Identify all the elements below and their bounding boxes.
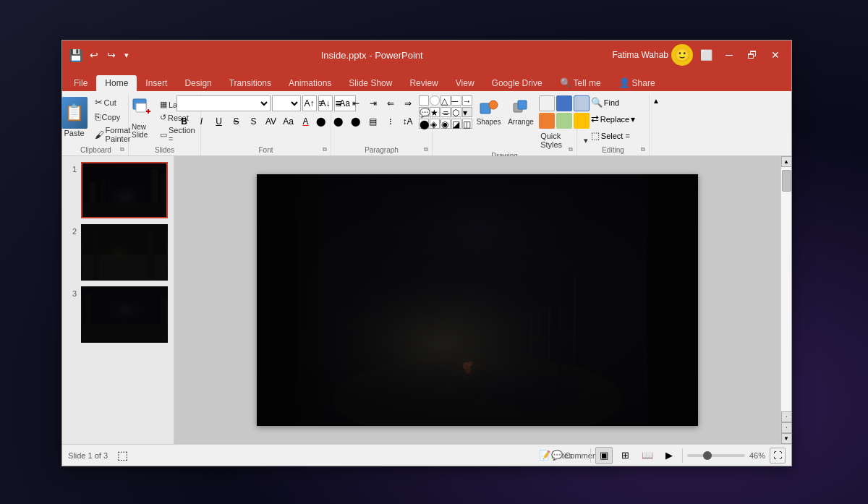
- style-blue[interactable]: [556, 95, 572, 111]
- decrease-indent-button[interactable]: ⇤: [348, 95, 364, 111]
- quick-access-customize[interactable]: ▾: [122, 49, 132, 61]
- fit-slide-button[interactable]: ⛶: [770, 448, 786, 464]
- slide-thumb-1[interactable]: [81, 162, 168, 218]
- close-button[interactable]: ✕: [765, 45, 786, 65]
- font-name-select[interactable]: [176, 95, 271, 111]
- shape-misc5[interactable]: ◪: [451, 119, 461, 129]
- tab-file[interactable]: File: [65, 75, 96, 91]
- bold-button[interactable]: B: [176, 114, 192, 129]
- font-color-button[interactable]: A: [298, 114, 314, 129]
- scroll-up-button[interactable]: ▲: [781, 156, 792, 167]
- tab-home[interactable]: Home: [96, 75, 137, 91]
- save-button[interactable]: 💾: [68, 47, 84, 63]
- accessibility-button[interactable]: ⬚: [114, 447, 131, 464]
- rtl-button[interactable]: ⇐: [383, 95, 399, 111]
- redo-button[interactable]: ↪: [104, 48, 119, 62]
- slide-thumb-3[interactable]: [81, 286, 168, 343]
- shape-rect[interactable]: [419, 95, 429, 106]
- align-center-button[interactable]: ⬤: [331, 114, 346, 129]
- strikethrough-button[interactable]: S: [229, 114, 244, 129]
- tab-view[interactable]: View: [447, 75, 483, 91]
- shape-misc2[interactable]: ⬤: [419, 119, 429, 129]
- slide-canvas[interactable]: [257, 174, 698, 426]
- font-size-select[interactable]: [272, 95, 301, 111]
- ribbon-toggle-button[interactable]: ⬜: [696, 45, 716, 65]
- style-none[interactable]: [539, 95, 555, 111]
- shape-misc3[interactable]: ◈: [430, 119, 440, 129]
- scrollbar-track[interactable]: [781, 167, 791, 411]
- new-slide-button[interactable]: New Slide: [128, 95, 156, 141]
- font-expand[interactable]: ⧉: [320, 145, 329, 154]
- undo-button[interactable]: ↩: [87, 48, 101, 62]
- tab-review[interactable]: Review: [401, 75, 446, 91]
- reading-view-button[interactable]: 📖: [639, 447, 656, 464]
- drawing-expand[interactable]: ⧉: [566, 145, 575, 154]
- comments-button[interactable]: 💬 Comments: [569, 447, 586, 464]
- scroll-page-down[interactable]: ⬝: [781, 422, 792, 433]
- numbered-list-button[interactable]: ≣: [331, 95, 346, 111]
- style-orange[interactable]: [539, 113, 555, 129]
- shape-triangle[interactable]: △: [441, 95, 451, 106]
- text-direction-button[interactable]: ↕A: [400, 114, 416, 129]
- arrange-button[interactable]: Arrange: [506, 95, 536, 128]
- slide-thumb-2[interactable]: [81, 224, 168, 281]
- scroll-page-up[interactable]: ⬝: [781, 411, 792, 422]
- slide-2-preview: [82, 226, 168, 281]
- text-shadow-button[interactable]: S: [246, 114, 262, 129]
- shape-misc1[interactable]: ⬡: [451, 107, 461, 117]
- tab-animations[interactable]: Animations: [280, 75, 340, 91]
- shape-banner[interactable]: ⌯: [441, 107, 451, 117]
- tab-tellme[interactable]: 🔍 Tell me: [551, 74, 610, 91]
- shape-oval[interactable]: [430, 95, 440, 106]
- tab-slideshow[interactable]: Slide Show: [340, 75, 401, 91]
- tab-share[interactable]: 👤 Share: [610, 74, 664, 91]
- bullet-list-button[interactable]: ≡: [313, 95, 329, 111]
- normal-view-button[interactable]: ▣: [595, 447, 613, 464]
- tab-googledrive[interactable]: Google Drive: [483, 75, 551, 91]
- columns-button[interactable]: ⫶: [383, 114, 399, 129]
- restore-button[interactable]: 🗗: [742, 45, 762, 65]
- scrollbar-thumb[interactable]: [782, 170, 791, 192]
- shape-callout[interactable]: 💬: [419, 107, 429, 117]
- clipboard-expand[interactable]: ⧉: [118, 145, 127, 154]
- shape-misc4[interactable]: ◉: [441, 119, 451, 129]
- shapes-more[interactable]: ▾: [462, 107, 472, 117]
- slideshow-button[interactable]: ▶: [660, 447, 678, 464]
- find-button[interactable]: 🔍 Find: [590, 95, 621, 109]
- change-case-button[interactable]: Aa: [281, 114, 297, 129]
- replace-button[interactable]: ⇄ Replace ▾: [590, 112, 637, 126]
- slide-item-3[interactable]: 3: [67, 286, 169, 343]
- user-avatar[interactable]: 🙂: [671, 44, 693, 66]
- align-left-button[interactable]: ⬤: [313, 114, 329, 129]
- align-right-button[interactable]: ⬤: [348, 114, 364, 129]
- slide-item-1[interactable]: 1: [67, 162, 169, 218]
- italic-button[interactable]: I: [194, 114, 210, 129]
- zoom-slider[interactable]: [687, 454, 745, 457]
- increase-indent-button[interactable]: ⇥: [365, 95, 381, 111]
- tab-insert[interactable]: Insert: [137, 75, 176, 91]
- cut-button[interactable]: ✂ Cut: [92, 95, 134, 109]
- slide-sorter-button[interactable]: ⊞: [617, 447, 634, 464]
- shape-star[interactable]: ★: [430, 107, 440, 117]
- justify-button[interactable]: ▤: [365, 114, 381, 129]
- select-button[interactable]: ⬚ Select =: [590, 129, 631, 142]
- editing-expand[interactable]: ⧉: [639, 145, 647, 154]
- ribbon-collapse-button[interactable]: ▲: [651, 95, 661, 106]
- slide-item-2[interactable]: 2: [67, 224, 169, 281]
- format-painter-button[interactable]: 🖌 Format Painter: [92, 124, 134, 145]
- shape-arrow[interactable]: →: [462, 95, 472, 106]
- tab-design[interactable]: Design: [176, 75, 220, 91]
- ltr-button[interactable]: ⇒: [400, 95, 416, 111]
- scroll-down-button[interactable]: ▼: [781, 433, 792, 444]
- svg-rect-26: [82, 288, 168, 343]
- minimize-button[interactable]: ─: [719, 45, 739, 65]
- shape-line[interactable]: ─: [451, 95, 461, 106]
- style-green[interactable]: [556, 113, 572, 129]
- shapes-button[interactable]: Shapes: [474, 95, 504, 128]
- copy-button[interactable]: ⎘ Copy: [92, 110, 134, 124]
- paste-button[interactable]: 📋 Paste: [59, 95, 90, 139]
- char-spacing-button[interactable]: AV: [263, 114, 279, 129]
- tab-transitions[interactable]: Transitions: [221, 75, 280, 91]
- shape-misc6[interactable]: ◫: [462, 119, 472, 129]
- underline-button[interactable]: U: [211, 114, 227, 129]
